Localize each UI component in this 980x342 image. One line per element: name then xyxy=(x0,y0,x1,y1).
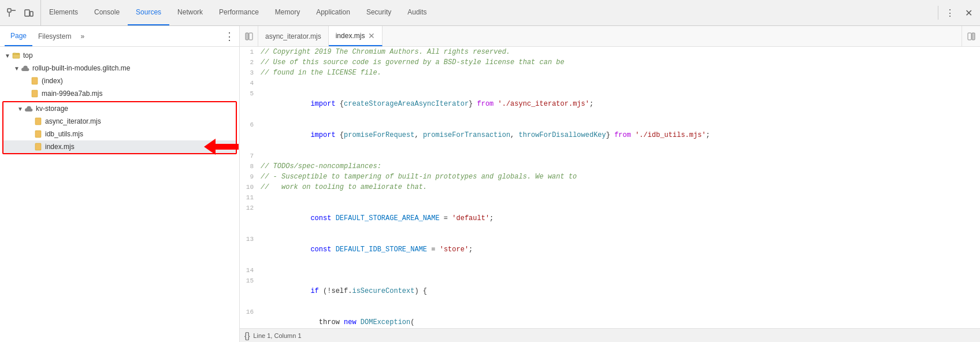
file-icon-index-mjs xyxy=(34,142,43,151)
tab-elements[interactable]: Elements xyxy=(41,0,86,25)
svg-rect-3 xyxy=(25,10,29,16)
code-line-9: 9 // - Susceptible to tampering of built… xyxy=(240,172,980,182)
tree-item-index-mjs[interactable]: ▶ index.mjs xyxy=(3,140,236,153)
code-line-2: 2 // Use of this source code is governed… xyxy=(240,57,980,68)
code-line-1: 1 // Copyright 2019 The Chromium Authors… xyxy=(240,47,980,57)
line-content-3: // found in the LICENSE file. xyxy=(261,68,980,78)
tree-item-idb-file[interactable]: ▶ idb_utils.mjs xyxy=(3,128,236,140)
left-panel: Page Filesystem » ⋮ ▼ t xyxy=(0,26,240,342)
line-content-12: const DEFAULT_STORAGE_AREA_NAME = 'defau… xyxy=(261,203,980,234)
tab-audits[interactable]: Audits xyxy=(399,0,435,25)
tab-index-mjs[interactable]: index.mjs ✕ xyxy=(329,26,383,46)
code-editor[interactable]: 1 // Copyright 2019 The Chromium Authors… xyxy=(240,47,980,328)
left-panel-menu-icon[interactable]: ⋮ xyxy=(224,30,235,43)
status-bar-icon: {} xyxy=(244,331,250,340)
status-bar: {} Line 1, Column 1 xyxy=(240,328,980,342)
svg-rect-6 xyxy=(32,77,38,84)
tab-network[interactable]: Network xyxy=(169,0,211,25)
tree-label-top: top xyxy=(23,51,33,60)
line-content-10: // work on tooling to ameliorate that. xyxy=(261,182,980,192)
line-num-9: 9 xyxy=(240,172,261,182)
line-num-1: 1 xyxy=(240,47,261,57)
toolbar-tabs: Elements Console Sources Network Perform… xyxy=(41,0,933,25)
cloud-icon-rollup xyxy=(21,64,30,73)
device-toggle-icon[interactable] xyxy=(22,6,36,20)
line-num-3: 3 xyxy=(240,68,261,78)
code-line-7: 7 xyxy=(240,151,980,161)
tree-arrow-rollup: ▼ xyxy=(14,65,21,72)
tab-filesystem[interactable]: Filesystem xyxy=(32,26,77,46)
close-devtools-icon[interactable]: ✕ xyxy=(962,6,975,20)
tree-item-kv-storage[interactable]: ▼ kv-storage xyxy=(3,102,236,115)
tab-application[interactable]: Application xyxy=(308,0,358,25)
line-content-8: // TODOs/spec-noncompliances: xyxy=(261,161,980,172)
code-line-12: 12 const DEFAULT_STORAGE_AREA_NAME = 'de… xyxy=(240,203,980,234)
line-num-8: 8 xyxy=(240,161,261,172)
cloud-icon-kv xyxy=(24,104,34,113)
file-icon-async xyxy=(34,117,43,126)
tab-sources[interactable]: Sources xyxy=(128,0,169,25)
code-line-5: 5 import {createStorageAreaAsyncIterator… xyxy=(240,88,980,120)
svg-rect-9 xyxy=(35,131,41,137)
line-num-15: 15 xyxy=(240,276,261,286)
tree-label-main-file: main-999ea7ab.mjs xyxy=(42,90,102,98)
line-num-11: 11 xyxy=(240,192,261,203)
tree-label-async: async_iterator.mjs xyxy=(45,117,101,125)
tree-item-top[interactable]: ▼ top xyxy=(0,49,239,62)
line-content-13: const DEFAULT_IDB_STORE_NAME = 'store'; xyxy=(261,234,980,265)
inspect-icon[interactable] xyxy=(5,6,18,20)
tree-label-index-mjs: index.mjs xyxy=(45,143,75,151)
line-num-10: 10 xyxy=(240,182,261,192)
tree-item-async-file[interactable]: ▶ async_iterator.mjs xyxy=(3,115,236,128)
highlight-box: ▼ kv-storage ▶ xyxy=(2,101,237,154)
tab-security[interactable]: Security xyxy=(358,0,399,25)
code-line-3: 3 // found in the LICENSE file. xyxy=(240,68,980,78)
tree-label-kv: kv-storage xyxy=(36,105,68,113)
tree-item-main-file[interactable]: ▶ main-999ea7ab.mjs xyxy=(0,87,239,100)
svg-rect-13 xyxy=(249,33,253,40)
svg-rect-8 xyxy=(35,118,41,125)
line-content-2: // Use of this source code is governed b… xyxy=(261,57,980,68)
line-num-4: 4 xyxy=(240,78,261,88)
kw-import-5: import xyxy=(310,100,335,108)
sidebar-toggle-icon[interactable] xyxy=(240,26,258,46)
tree-label-rollup: rollup-built-in-modules.glitch.me xyxy=(32,64,130,72)
file-icon-idb xyxy=(34,129,43,139)
code-line-14: 14 xyxy=(240,265,980,276)
line-num-2: 2 xyxy=(240,57,261,68)
code-line-13: 13 const DEFAULT_IDB_STORE_NAME = 'store… xyxy=(240,234,980,265)
right-toggle-icon[interactable] xyxy=(962,26,980,46)
file-tabs: async_iterator.mjs index.mjs ✕ xyxy=(240,26,980,47)
toolbar: Elements Console Sources Network Perform… xyxy=(0,0,980,26)
line-num-13: 13 xyxy=(240,234,261,244)
code-line-16: 16 throw new DOMException( xyxy=(240,307,980,328)
left-tabs: Page Filesystem » ⋮ xyxy=(0,26,239,47)
code-line-8: 8 // TODOs/spec-noncompliances: xyxy=(240,161,980,172)
tab-console[interactable]: Console xyxy=(86,0,128,25)
svg-rect-4 xyxy=(30,12,33,16)
file-icon-main xyxy=(30,89,39,98)
tree-arrow-top: ▼ xyxy=(5,53,12,59)
line-content-1: // Copyright 2019 The Chromium Authors. … xyxy=(261,47,980,57)
svg-rect-14 xyxy=(972,33,975,40)
tab-performance[interactable]: Performance xyxy=(211,0,267,25)
left-tab-chevron[interactable]: » xyxy=(77,32,88,40)
tab-async-label: async_iterator.mjs xyxy=(265,32,321,40)
tree-label-idb: idb_utils.mjs xyxy=(45,130,83,138)
tab-memory[interactable]: Memory xyxy=(267,0,308,25)
code-line-4: 4 xyxy=(240,78,980,88)
tree-label-index-file: (index) xyxy=(42,77,63,85)
tab-close-icon[interactable]: ✕ xyxy=(368,32,375,40)
tab-page[interactable]: Page xyxy=(5,26,32,46)
tree-item-index-file[interactable]: ▶ (index) xyxy=(0,75,239,87)
toolbar-icons xyxy=(0,0,41,25)
svg-marker-11 xyxy=(204,139,239,155)
line-num-12: 12 xyxy=(240,203,261,213)
right-panel: async_iterator.mjs index.mjs ✕ 1 // xyxy=(240,26,980,342)
svg-rect-5 xyxy=(13,53,20,58)
tree-item-rollup[interactable]: ▼ rollup-built-in-modules.glitch.me xyxy=(0,62,239,75)
line-num-14: 14 xyxy=(240,265,261,276)
more-menu-icon[interactable]: ⋮ xyxy=(943,6,957,20)
tab-async-file[interactable]: async_iterator.mjs xyxy=(258,26,329,46)
code-line-6: 6 import {promiseForRequest, promiseForT… xyxy=(240,120,980,151)
